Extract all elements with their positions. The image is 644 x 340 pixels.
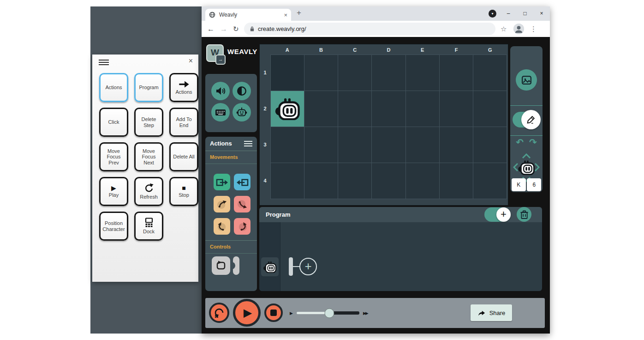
globe-favicon-icon [209, 12, 215, 18]
scene-background-button[interactable] [516, 69, 537, 91]
reload-icon[interactable]: ↻ [233, 21, 239, 37]
stop-program-button[interactable] [264, 304, 283, 322]
grid-cell[interactable] [406, 91, 439, 127]
position-inputs [510, 178, 543, 191]
close-icon[interactable]: × [189, 57, 193, 65]
bookmark-star-icon[interactable]: ☆ [501, 21, 507, 37]
draw-toggle[interactable] [513, 112, 539, 128]
character-select-button[interactable] [233, 103, 251, 121]
actions-forward-button[interactable]: Actions [169, 73, 198, 102]
play-button[interactable]: ▶ Play [99, 177, 128, 206]
grid-cell[interactable] [338, 127, 371, 163]
grid-cell[interactable] [304, 55, 338, 91]
delete-all-button[interactable]: Delete All [169, 142, 198, 171]
turn-right-90-block[interactable] [234, 218, 250, 235]
grid-cell[interactable] [440, 55, 473, 91]
redo-icon[interactable]: ↷ [529, 138, 537, 147]
grid-cell[interactable] [372, 127, 405, 163]
forward-block[interactable] [214, 174, 230, 190]
new-tab-button[interactable]: + [297, 8, 301, 18]
turn-right-45-block[interactable] [234, 196, 250, 212]
speed-slider[interactable] [297, 311, 359, 315]
palette-title: Actions [210, 140, 232, 147]
grid-cell[interactable] [440, 127, 473, 163]
grid-cell[interactable] [406, 163, 439, 199]
browser-tab[interactable]: Weavly × [205, 9, 291, 21]
grid-cell[interactable] [440, 91, 473, 127]
grid-cell[interactable] [372, 91, 405, 127]
media-control-icon[interactable]: ▾ [489, 10, 496, 18]
weavly-logo[interactable]: W → WEAVLY [206, 44, 257, 68]
position-character-button[interactable]: Position Character [99, 212, 128, 241]
dock-icon [143, 218, 155, 228]
actions-palette: Actions Movements [205, 137, 257, 291]
grid-cell[interactable] [304, 163, 338, 199]
robot-thumb-icon [263, 261, 277, 273]
grid-cell-A2-character[interactable] [271, 91, 304, 127]
loop-end-block[interactable] [233, 256, 239, 275]
delete-step-button[interactable]: Delete Step [134, 108, 163, 137]
grid-cell[interactable] [473, 163, 507, 199]
audio-feedback-button[interactable] [211, 82, 230, 100]
profile-avatar[interactable] [513, 24, 524, 34]
theme-contrast-button[interactable] [233, 82, 251, 100]
grid-cell[interactable] [406, 55, 439, 91]
grid-cell[interactable] [372, 163, 405, 199]
grid-cell[interactable] [338, 91, 371, 127]
window-close-button[interactable]: × [533, 6, 550, 21]
column-position-input[interactable] [512, 178, 526, 191]
browser-menu-icon[interactable]: ⋮ [530, 21, 537, 37]
grid-cell[interactable] [304, 127, 338, 163]
undo-icon[interactable]: ↶ [516, 138, 524, 147]
grid-cell[interactable] [271, 127, 304, 163]
actions-tab-button[interactable]: Actions [99, 73, 128, 102]
backward-block[interactable] [234, 174, 250, 190]
undo-redo-group: ↶ ↷ [510, 138, 543, 147]
maximize-button[interactable]: □ [517, 6, 533, 21]
column-headers: ABCDEFG [270, 44, 507, 55]
play-program-button[interactable]: ▶ [233, 299, 261, 327]
add-node-toggle[interactable]: + [484, 207, 511, 222]
grid-cell[interactable] [473, 91, 507, 127]
grid-cell[interactable] [271, 163, 304, 199]
delete-program-button[interactable] [517, 207, 531, 222]
grid-cell[interactable] [372, 55, 405, 91]
forward-icon[interactable]: → [220, 21, 227, 37]
move-focus-prev-button[interactable]: Move Focus Prev [99, 142, 128, 171]
back-icon[interactable]: ← [207, 21, 215, 37]
grid-cell[interactable] [473, 55, 507, 91]
add-to-end-button[interactable]: Add To End [169, 108, 198, 137]
reset-scene-button[interactable] [209, 303, 229, 323]
chevron-up-icon[interactable] [522, 153, 531, 159]
row-position-input[interactable] [527, 178, 541, 191]
move-focus-next-button[interactable]: Move Focus Next [134, 142, 163, 171]
speed-slider-knob[interactable] [324, 308, 334, 318]
keyboard-shortcuts-button[interactable] [211, 103, 230, 121]
grid-cell[interactable] [338, 55, 371, 91]
grid-cell[interactable] [473, 127, 507, 163]
grid-cell[interactable] [338, 163, 371, 199]
dock-button[interactable]: Dock [134, 212, 163, 241]
grid-cell[interactable] [440, 163, 473, 199]
share-button[interactable]: Share [471, 304, 512, 321]
turn-left-45-block[interactable] [214, 196, 230, 212]
grid-cell[interactable] [304, 91, 338, 127]
tab-close-icon[interactable]: × [284, 12, 287, 18]
palette-menu-icon[interactable] [244, 141, 252, 148]
scene-tools-sidebar: ↶ ↷ [510, 46, 543, 192]
url-field[interactable]: create.weavly.org/ [244, 23, 495, 35]
stop-button[interactable]: ■ Stop [169, 177, 198, 206]
add-step-button[interactable]: + [299, 258, 317, 275]
turn-left-90-block[interactable] [214, 218, 230, 235]
refresh-button[interactable]: Refresh [134, 177, 163, 206]
grid-cell-A1[interactable] [271, 55, 304, 91]
program-character-column [259, 222, 280, 291]
grid-cell[interactable] [406, 127, 439, 163]
click-button[interactable]: Click [99, 108, 128, 137]
program-tab-button[interactable]: Program [134, 73, 163, 102]
program-character-tile[interactable] [261, 257, 279, 276]
hamburger-icon[interactable] [99, 60, 109, 65]
minimize-button[interactable]: – [500, 6, 517, 21]
loop-block[interactable] [212, 256, 230, 275]
brand-name: WEAVLY [227, 48, 257, 55]
